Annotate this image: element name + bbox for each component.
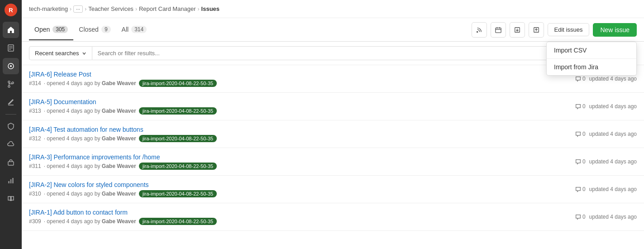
tab-open-label: Open xyxy=(34,26,50,33)
svg-rect-14 xyxy=(12,178,14,183)
chart-icon[interactable] xyxy=(3,172,19,189)
comment-count: 0 xyxy=(575,103,586,110)
issue-meta: #314 · opened 4 days ago by Gabe Weaver … xyxy=(29,80,575,87)
breadcrumb: tech-marketing › ··· › Teacher Services … xyxy=(22,0,644,18)
table-row[interactable]: [JIRA-4] Test automation for new buttons… xyxy=(22,120,644,148)
issue-author: Gabe Weaver xyxy=(102,163,136,169)
issue-info: [JIRA-1] Add button to contact form #309… xyxy=(29,209,575,225)
breadcrumb-dots[interactable]: ··· xyxy=(73,5,83,13)
issue-title[interactable]: [JIRA-6] Release Post xyxy=(29,71,575,78)
issue-label[interactable]: jira-import-2020-04-08-22-50-35 xyxy=(139,218,217,225)
issue-label[interactable]: jira-import-2020-04-08-22-50-35 xyxy=(139,107,217,115)
tab-open[interactable]: Open 305 xyxy=(29,19,73,40)
issue-updated: updated 4 days ago xyxy=(589,158,637,165)
tab-closed-label: Closed xyxy=(79,26,99,33)
home-icon[interactable] xyxy=(3,22,19,38)
new-issue-button[interactable]: New issue xyxy=(593,23,637,37)
svg-rect-13 xyxy=(10,179,12,183)
issue-title[interactable]: [JIRA-2] New colors for styled component… xyxy=(29,181,575,188)
tab-actions: Edit issues New issue xyxy=(472,22,637,38)
doc-icon[interactable] xyxy=(3,40,19,56)
comment-number: 0 xyxy=(582,103,586,110)
calendar-button[interactable] xyxy=(491,22,506,38)
issue-number: #309 xyxy=(29,218,41,225)
breadcrumb-tech-marketing[interactable]: tech-marketing xyxy=(29,5,68,12)
issue-title[interactable]: [JIRA-5] Documentation xyxy=(29,98,575,105)
issue-label[interactable]: jira-import-2020-04-08-22-50-35 xyxy=(139,80,217,87)
issue-opened: · opened 4 days ago by Gabe Weaver xyxy=(44,163,136,169)
issue-label[interactable]: jira-import-2020-04-08-22-50-35 xyxy=(139,135,217,142)
merge-icon[interactable] xyxy=(3,76,19,92)
svg-rect-12 xyxy=(8,181,10,183)
import-csv-item[interactable]: Import CSV xyxy=(547,42,636,58)
issues-icon[interactable] xyxy=(3,58,19,74)
export-button[interactable] xyxy=(510,22,525,38)
issue-updated: updated 4 days ago xyxy=(589,214,637,220)
table-row[interactable]: [JIRA-3] Performance improvements for /h… xyxy=(22,148,644,176)
comment-number: 0 xyxy=(582,76,586,82)
bag-icon[interactable] xyxy=(3,154,19,171)
main-content: tech-marketing › ··· › Teacher Services … xyxy=(22,0,644,249)
comment-icon xyxy=(575,159,581,165)
issue-number: #312 xyxy=(29,135,41,142)
chevron-down-icon xyxy=(82,51,86,56)
issue-updated: updated 4 days ago xyxy=(589,131,637,137)
comment-number: 0 xyxy=(582,131,586,137)
issue-meta: #310 · opened 4 days ago by Gabe Weaver … xyxy=(29,190,575,197)
breadcrumb-current: Issues xyxy=(201,5,219,12)
table-row[interactable]: [JIRA-1] Add button to contact form #309… xyxy=(22,203,644,231)
table-row[interactable]: [JIRA-5] Documentation #313 · opened 4 d… xyxy=(22,93,644,120)
tabs: Open 305 Closed 9 All 314 xyxy=(29,19,472,40)
issue-info: [JIRA-3] Performance improvements for /h… xyxy=(29,153,575,170)
issue-opened: · opened 4 days ago by Gabe Weaver xyxy=(44,191,136,197)
pen-icon[interactable] xyxy=(3,94,19,110)
issue-right: 0 updated 4 days ago xyxy=(575,158,637,165)
issue-opened: · opened 4 days ago by Gabe Weaver xyxy=(44,135,136,142)
breadcrumb-sep-3: › xyxy=(135,6,137,12)
issue-number: #314 xyxy=(29,80,41,86)
import-jira-item[interactable]: Import from Jira xyxy=(547,59,636,75)
issue-title[interactable]: [JIRA-4] Test automation for new buttons xyxy=(29,126,575,133)
rss-button[interactable] xyxy=(472,22,487,38)
issue-info: [JIRA-2] New colors for styled component… xyxy=(29,181,575,197)
comment-icon xyxy=(575,187,581,192)
breadcrumb-sep-1: › xyxy=(70,6,72,12)
comment-count: 0 xyxy=(575,76,586,82)
tab-closed-count: 9 xyxy=(101,26,111,33)
avatar[interactable]: R xyxy=(5,4,17,16)
edit-issues-button[interactable]: Edit issues xyxy=(548,23,590,36)
issue-author: Gabe Weaver xyxy=(102,80,136,86)
breadcrumb-teacher-services[interactable]: Teacher Services xyxy=(88,5,134,12)
tab-all[interactable]: All 314 xyxy=(116,19,153,40)
comment-icon xyxy=(575,214,581,220)
issue-updated: updated 4 days ago xyxy=(589,76,637,82)
comment-number: 0 xyxy=(582,186,586,192)
issue-info: [JIRA-6] Release Post #314 · opened 4 da… xyxy=(29,71,575,87)
table-row[interactable]: [JIRA-2] New colors for styled component… xyxy=(22,176,644,203)
issue-label[interactable]: jira-import-2020-04-08-22-50-35 xyxy=(139,190,217,197)
recent-searches-button[interactable]: Recent searches xyxy=(29,46,92,60)
issue-label[interactable]: jira-import-2020-04-08-22-50-35 xyxy=(139,163,217,170)
issue-opened: · opened 4 days ago by Gabe Weaver xyxy=(44,80,136,86)
cloud-icon[interactable] xyxy=(3,136,19,153)
book-icon[interactable] xyxy=(3,191,19,207)
svg-point-6 xyxy=(8,81,10,83)
issue-title[interactable]: [JIRA-1] Add button to contact form xyxy=(29,209,575,216)
import-dropdown: Import CSV Import from Jira xyxy=(546,42,637,76)
issue-meta: #313 · opened 4 days ago by Gabe Weaver … xyxy=(29,107,575,115)
tab-all-count: 314 xyxy=(131,26,147,33)
shield-icon[interactable] xyxy=(3,118,19,134)
breadcrumb-report-card-manager[interactable]: Report Card Manager xyxy=(139,5,196,12)
issue-title[interactable]: [JIRA-3] Performance improvements for /h… xyxy=(29,153,575,161)
recent-searches-label: Recent searches xyxy=(35,50,79,57)
issue-author: Gabe Weaver xyxy=(102,108,136,114)
svg-point-7 xyxy=(8,86,10,87)
comment-count: 0 xyxy=(575,186,586,192)
issue-opened: · opened 4 days ago by Gabe Weaver xyxy=(44,108,136,114)
svg-rect-11 xyxy=(8,162,14,165)
sidebar: R xyxy=(0,0,22,249)
issue-right: 0 updated 4 days ago xyxy=(575,131,637,137)
tab-closed[interactable]: Closed 9 xyxy=(73,19,116,40)
svg-rect-16 xyxy=(495,28,501,33)
import-button[interactable] xyxy=(529,22,544,38)
